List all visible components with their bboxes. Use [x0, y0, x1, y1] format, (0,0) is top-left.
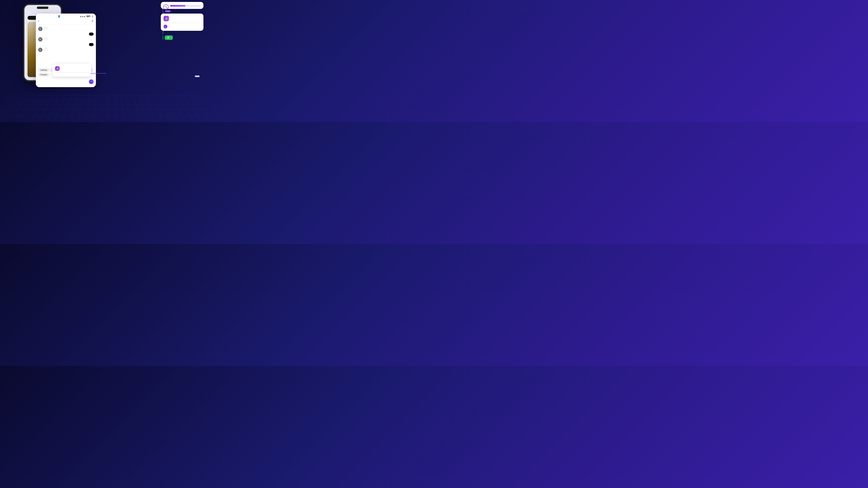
chat-back-button[interactable]: ‹: [38, 19, 39, 23]
quote-icon: ‹: [163, 25, 167, 29]
checkmark-icon: ✅: [167, 36, 170, 39]
identifying-card-wrapper: 🔍: [161, 2, 204, 9]
support-section: ✅: [157, 31, 173, 41]
mic-button[interactable]: 🎤: [89, 79, 94, 84]
intent-score-badge: [195, 75, 199, 77]
connector-line-ticket: [163, 36, 163, 40]
engaging-card: ⚡ ‹: [161, 13, 204, 31]
ticket-solved-badge: ✅: [165, 35, 173, 40]
chat-header: ‹ ✕: [36, 19, 96, 24]
engaging-header-row: ⚡: [163, 16, 201, 21]
flow-panel: 🔍 ⚡ ‹: [157, 2, 211, 41]
chat-footer: [36, 86, 96, 87]
lightning-icon-engaging: ⚡: [163, 16, 169, 21]
lightning-icon-recommending: ⚡: [55, 66, 60, 71]
wifi-icon: WiFi: [86, 15, 91, 18]
bot-avatar-2: 🤖: [38, 37, 42, 41]
chat-input-row: 🎤: [36, 78, 96, 86]
search-icon: 🔍: [163, 4, 168, 10]
signal-icon: ▲▲▲: [80, 15, 86, 18]
recommending-header: ⚡: [55, 66, 88, 71]
chat-user-icon: 👤: [58, 15, 60, 18]
battery-icon: 🔋: [91, 15, 94, 18]
spent-badge: [165, 10, 170, 12]
user-message-bubble-2: [89, 43, 94, 46]
chat-status-bar: 👤 ▲▲▲ WiFi 🔋: [36, 13, 96, 19]
identifying-card: 🔍: [161, 2, 204, 9]
phone-notch: [37, 7, 49, 9]
bot-message-row-1: 🤖: [38, 27, 94, 31]
user-message-bubble-1: [89, 33, 94, 36]
progress-bar: [170, 5, 201, 7]
recommending-divider: [55, 72, 88, 73]
bot-response-bubble-2: [43, 47, 48, 51]
tag-chassis[interactable]: Chassis: [38, 73, 50, 76]
connector-spent: [157, 9, 170, 13]
chat-input[interactable]: [38, 80, 87, 83]
connector-h-recommend: [91, 73, 106, 73]
bot-response-bubble-1: [43, 37, 48, 40]
chat-close-button[interactable]: ✕: [91, 19, 94, 23]
progress-fill: [170, 5, 185, 7]
chat-status-icons: ▲▲▲ WiFi 🔋: [80, 15, 94, 18]
connector-line-2: [163, 31, 163, 34]
bot-avatar-3: 🤖: [38, 47, 42, 52]
bot-avatar-1: 🤖: [38, 27, 42, 31]
connector-line-1: [163, 9, 163, 13]
bot-greeting-bubble: [43, 27, 48, 30]
bot-message-row-2: 🤖: [38, 37, 94, 41]
chat-messages: 🤖 🤖 🤖: [36, 24, 96, 67]
recommending-card: ⚡: [52, 64, 91, 76]
engaging-quote-row: ‹: [163, 25, 201, 29]
tag-laptops[interactable]: Laptops: [38, 68, 50, 72]
ticket-row: ✅: [159, 35, 173, 40]
engaging-card-wrapper: ⚡ ‹: [161, 13, 204, 31]
bot-message-row-3: 🤖: [38, 47, 94, 52]
